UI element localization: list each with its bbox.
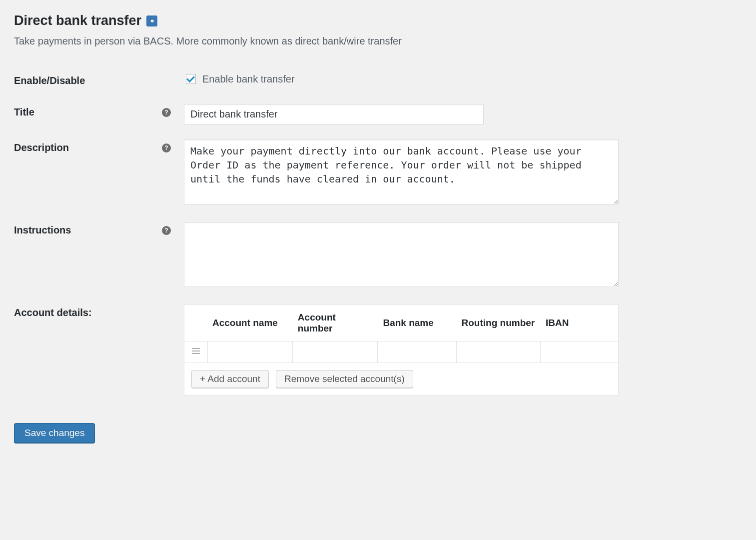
page-title: Direct bank transfer [14, 13, 742, 28]
instructions-textarea[interactable] [184, 222, 619, 287]
help-tip-icon[interactable]: ? [162, 108, 171, 117]
help-tip-icon[interactable]: ? [162, 226, 171, 235]
routing-number-input[interactable] [457, 342, 541, 362]
accounts-col-routing-number: Routing number [457, 305, 541, 342]
account-details-label: Account details: [14, 307, 92, 318]
settings-form: Enable/Disable Enable bank transfer Titl… [14, 65, 742, 403]
accounts-table: Account name Account number Bank name Ro… [184, 305, 618, 362]
enable-bank-transfer-checkbox[interactable] [186, 74, 196, 84]
save-changes-button[interactable]: Save changes [14, 423, 95, 443]
page-title-text: Direct bank transfer [14, 13, 141, 28]
back-icon[interactable] [146, 16, 157, 26]
accounts-col-sort [184, 305, 207, 342]
description-label: Description [14, 142, 69, 154]
remove-account-button[interactable]: Remove selected account(s) [276, 370, 413, 388]
account-name-input[interactable] [208, 342, 293, 362]
instructions-label: Instructions [14, 224, 71, 236]
help-tip-icon[interactable]: ? [162, 144, 171, 152]
iban-input[interactable] [541, 342, 618, 362]
accounts-col-bank-name: Bank name [378, 305, 456, 342]
enable-disable-label: Enable/Disable [14, 75, 85, 86]
accounts-col-account-number: Account number [293, 305, 378, 342]
accounts-table-wrap: Account name Account number Bank name Ro… [184, 304, 619, 396]
accounts-row [184, 342, 618, 363]
account-number-input[interactable] [293, 342, 378, 362]
page-subtitle: Take payments in person via BACS. More c… [14, 36, 742, 47]
accounts-col-account-name: Account name [207, 305, 293, 342]
title-input[interactable] [184, 104, 484, 124]
accounts-col-iban: IBAN [541, 305, 618, 342]
drag-handle-icon[interactable] [184, 342, 207, 363]
add-account-button[interactable]: + Add account [191, 370, 269, 388]
bank-name-input[interactable] [378, 342, 456, 362]
enable-bank-transfer-text: Enable bank transfer [202, 74, 295, 85]
title-label: Title [14, 106, 34, 118]
enable-bank-transfer-label[interactable]: Enable bank transfer [184, 72, 737, 86]
description-textarea[interactable]: Make your payment directly into our bank… [184, 140, 619, 204]
